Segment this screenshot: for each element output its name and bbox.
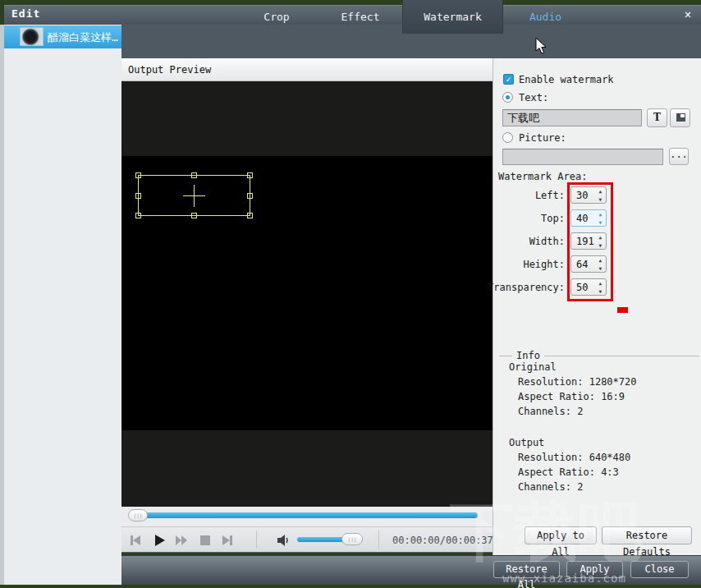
sidebar-item-label: 醋溜白菜这样… xyxy=(48,30,118,45)
sidebar xyxy=(4,25,121,585)
annotation-highlight-box xyxy=(567,182,613,301)
text-radio-label: Text: xyxy=(519,92,548,103)
enable-watermark-checkbox[interactable]: ✓ xyxy=(503,74,514,85)
tab-watermark[interactable]: Watermark xyxy=(402,0,503,34)
close-button[interactable]: Close xyxy=(630,561,689,578)
resize-handle-nw[interactable] xyxy=(135,172,141,178)
sidebar-item-video[interactable]: 醋溜白菜这样… xyxy=(4,25,121,48)
video-thumbnail xyxy=(20,27,44,46)
picture-radio-label: Picture: xyxy=(519,132,566,144)
radio-dot xyxy=(506,95,510,99)
picture-path-input[interactable] xyxy=(502,149,663,165)
tab-crop[interactable]: Crop xyxy=(235,0,318,34)
text-radio[interactable] xyxy=(502,92,513,103)
controls-separator xyxy=(256,531,257,549)
font-color-button[interactable] xyxy=(670,108,690,127)
browse-button[interactable]: ... xyxy=(669,148,689,165)
volume-icon[interactable] xyxy=(276,533,291,548)
seek-thumb[interactable]: ||| xyxy=(128,509,148,521)
volume-slider-thumb[interactable]: ||| xyxy=(341,533,363,545)
watermark-area-label: Watermark Area: xyxy=(498,171,587,182)
output-channels: Channels: 2 xyxy=(518,481,583,493)
font-style-button[interactable]: T xyxy=(647,108,667,127)
close-icon[interactable]: ✕ xyxy=(680,7,696,21)
resize-handle-n[interactable] xyxy=(191,172,197,178)
resize-handle-se[interactable] xyxy=(247,213,253,218)
tab-audio[interactable]: Audio xyxy=(503,0,588,34)
enable-watermark-label: Enable watermark xyxy=(519,74,614,85)
original-aspect-ratio: Aspect Ratio: 16:9 xyxy=(518,391,625,402)
restore-all-button[interactable]: Restore All xyxy=(493,561,560,578)
tab-effect[interactable]: Effect xyxy=(318,0,402,34)
stop-button[interactable] xyxy=(198,533,213,548)
resize-handle-w[interactable] xyxy=(135,193,141,199)
info-title: Info xyxy=(512,350,544,361)
original-channels: Channels: 2 xyxy=(518,406,583,417)
original-resolution: Resolution: 1280*720 xyxy=(518,376,637,388)
controls-separator xyxy=(378,531,379,549)
watermark-text-input[interactable]: 下载吧 xyxy=(502,109,642,126)
edit-dialog: Edit ✕ 醋溜白菜这样… Crop Effect Watermark Aud… xyxy=(0,0,701,588)
left-label: Left: xyxy=(460,190,565,201)
play-button[interactable] xyxy=(152,533,167,548)
output-resolution: Resolution: 640*480 xyxy=(518,452,630,463)
resize-handle-sw[interactable] xyxy=(135,213,141,218)
resize-handle-e[interactable] xyxy=(247,193,253,199)
fast-forward-button[interactable] xyxy=(174,533,189,548)
output-aspect-ratio: Aspect Ratio: 4:3 xyxy=(518,466,619,478)
next-button[interactable] xyxy=(220,533,235,548)
transparency-label: Transparency: xyxy=(460,282,565,293)
apply-to-all-button[interactable]: Apply to All xyxy=(525,526,597,544)
height-label: Height: xyxy=(460,259,565,270)
time-display: 00:00:00/00:00:37 xyxy=(392,535,489,546)
font-color-icon xyxy=(676,113,685,122)
picture-radio[interactable] xyxy=(502,132,513,143)
top-label: Top: xyxy=(460,213,565,224)
annotation-minus-mark xyxy=(617,307,628,313)
selection-center-cross xyxy=(194,185,195,207)
output-preview-header: Output Preview xyxy=(121,58,493,81)
output-label: Output xyxy=(509,437,544,448)
resize-handle-ne[interactable] xyxy=(247,172,253,178)
dialog-title: Edit xyxy=(11,7,40,20)
original-label: Original xyxy=(509,361,557,373)
resize-handle-s[interactable] xyxy=(191,213,197,218)
previous-button[interactable] xyxy=(128,533,143,548)
restore-defaults-button[interactable]: Restore Defaults xyxy=(602,526,692,544)
apply-button[interactable]: Apply xyxy=(566,561,623,578)
seek-progress-bar[interactable] xyxy=(140,512,478,518)
width-label: Width: xyxy=(460,236,565,247)
